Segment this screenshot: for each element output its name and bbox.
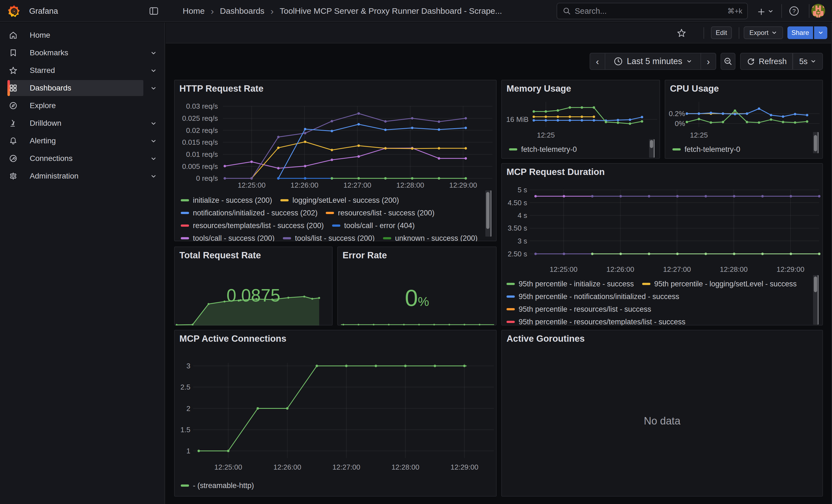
svg-text:3 s: 3 s — [518, 237, 527, 245]
svg-text:4 s: 4 s — [518, 211, 527, 219]
svg-text:3: 3 — [186, 362, 190, 370]
svg-text:12:25:00: 12:25:00 — [214, 463, 242, 471]
svg-text:12:28:00: 12:28:00 — [720, 265, 748, 273]
svg-text:3.50 s: 3.50 s — [508, 224, 527, 232]
svg-text:0%: 0% — [675, 120, 685, 128]
svg-text:12:26:00: 12:26:00 — [274, 463, 301, 471]
svg-text:0.2%: 0.2% — [669, 109, 685, 118]
svg-text:0.03 req/s: 0.03 req/s — [186, 102, 218, 110]
svg-text:12:29:00: 12:29:00 — [449, 181, 477, 189]
svg-text:12:26:00: 12:26:00 — [290, 181, 318, 189]
svg-text:16 MiB: 16 MiB — [506, 115, 528, 124]
svg-text:12:28:00: 12:28:00 — [396, 181, 424, 189]
svg-text:2.5: 2.5 — [181, 383, 190, 391]
svg-text:12:25:00: 12:25:00 — [550, 265, 577, 273]
svg-text:2.50 s: 2.50 s — [508, 250, 527, 258]
svg-text:12:25:00: 12:25:00 — [238, 181, 265, 189]
svg-text:12:27:00: 12:27:00 — [343, 181, 371, 189]
svg-text:0.02 req/s: 0.02 req/s — [186, 126, 218, 135]
svg-text:?: ? — [792, 8, 796, 14]
svg-text:1: 1 — [186, 447, 190, 455]
svg-text:12:29:00: 12:29:00 — [450, 463, 478, 471]
svg-text:5 s: 5 s — [518, 186, 527, 194]
svg-text:12:29:00: 12:29:00 — [776, 265, 804, 273]
svg-text:2: 2 — [186, 404, 190, 413]
svg-text:0.025 req/s: 0.025 req/s — [182, 114, 218, 123]
svg-text:12:27:00: 12:27:00 — [332, 463, 360, 471]
svg-text:12:27:00: 12:27:00 — [663, 265, 691, 273]
svg-text:0.01 req/s: 0.01 req/s — [186, 150, 218, 158]
svg-text:0 req/s: 0 req/s — [196, 174, 218, 182]
svg-text:12:26:00: 12:26:00 — [606, 265, 634, 273]
svg-text:12:25: 12:25 — [537, 131, 555, 139]
svg-text:12:28:00: 12:28:00 — [391, 463, 419, 471]
svg-text:1.5: 1.5 — [181, 426, 190, 434]
svg-text:4.50 s: 4.50 s — [508, 198, 527, 207]
svg-text:0.015 req/s: 0.015 req/s — [182, 138, 218, 147]
svg-text:0.005 req/s: 0.005 req/s — [182, 162, 218, 170]
svg-text:12:25: 12:25 — [690, 131, 708, 139]
